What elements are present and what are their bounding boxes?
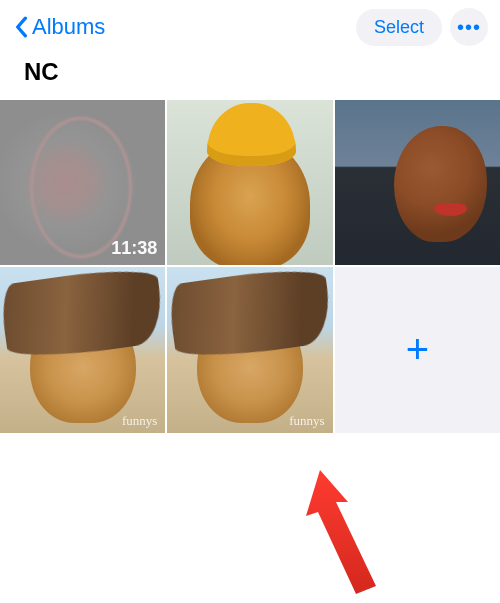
watermark-text: funnys [122, 413, 157, 429]
chevron-left-icon [12, 14, 30, 40]
video-duration: 11:38 [111, 238, 157, 259]
grid-item-photo[interactable] [167, 100, 332, 265]
back-label: Albums [32, 14, 105, 40]
grid-item-photo[interactable]: funnys [167, 267, 332, 432]
add-photo-button[interactable]: + [335, 267, 500, 432]
grid-item-video[interactable]: 11:38 [0, 100, 165, 265]
more-button[interactable]: ••• [450, 8, 488, 46]
plus-icon: + [406, 327, 429, 372]
photo-grid: 11:38 funnys funnys + [0, 100, 500, 433]
watermark-text: funnys [289, 413, 324, 429]
back-button[interactable]: Albums [12, 14, 105, 40]
select-button[interactable]: Select [356, 9, 442, 46]
annotation-arrow-icon [278, 462, 398, 602]
beanie-shape [207, 103, 296, 166]
grid-item-photo[interactable] [335, 100, 500, 265]
album-title: NC [0, 54, 500, 100]
grid-item-photo[interactable]: funnys [0, 267, 165, 432]
svg-marker-0 [306, 470, 376, 594]
ellipsis-icon: ••• [457, 16, 481, 39]
